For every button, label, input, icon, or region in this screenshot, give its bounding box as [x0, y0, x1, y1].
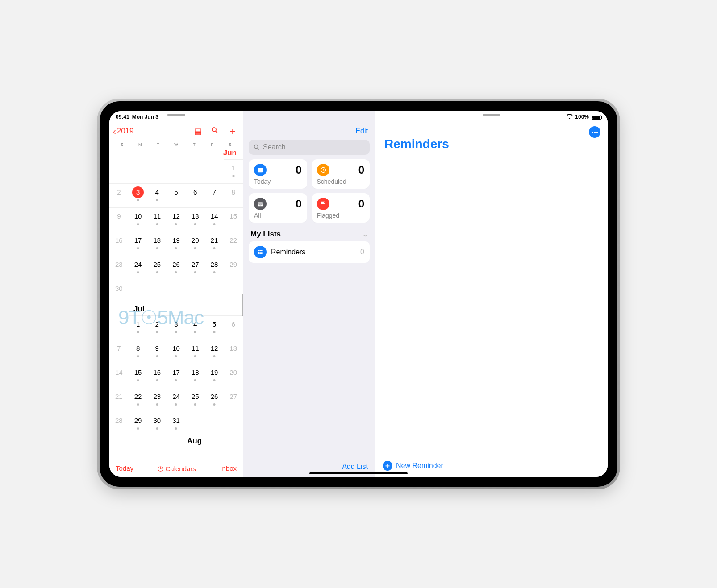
calendar-day[interactable]: 24	[129, 256, 148, 280]
calendar-day[interactable]: 22	[224, 232, 243, 256]
view-mode-icon[interactable]: ▤	[194, 126, 202, 136]
new-reminder-button[interactable]: ＋ New Reminder	[375, 455, 608, 477]
calendar-day[interactable]: 13	[186, 207, 205, 232]
search-icon[interactable]	[211, 126, 219, 137]
calendar-day[interactable]: 8	[224, 183, 243, 207]
card-flagged[interactable]: 0 Flagged	[312, 193, 370, 223]
calendar-day[interactable]: 23	[109, 256, 129, 280]
card-today[interactable]: 0 Today	[249, 159, 307, 189]
calendar-day[interactable]: 12	[167, 207, 186, 232]
calendar-day[interactable]: 25	[186, 388, 205, 412]
calendar-day[interactable]: 3	[129, 183, 148, 207]
card-scheduled[interactable]: 0 Scheduled	[312, 159, 370, 189]
chevron-down-icon: ⌄	[363, 231, 368, 238]
calendar-day[interactable]: 19	[205, 364, 224, 388]
calendar-day[interactable]: 6	[224, 315, 243, 340]
day-of-week-row: SMTWTFS	[109, 141, 243, 148]
my-lists-label: My Lists	[250, 230, 281, 239]
calendar-day[interactable]: 20	[224, 364, 243, 388]
calendar-day[interactable]: 11	[186, 340, 205, 364]
calendar-day[interactable]: 14	[205, 207, 224, 232]
calendar-day[interactable]: 6	[186, 183, 205, 207]
today-button[interactable]: Today	[116, 464, 133, 472]
calendars-label: Calendars	[165, 465, 196, 472]
calendar-day[interactable]: 4	[147, 183, 167, 207]
calendar-day[interactable]: 7	[205, 183, 224, 207]
calendar-day[interactable]: 17	[167, 364, 186, 388]
calendar-day[interactable]: 23	[147, 388, 167, 412]
my-lists-header[interactable]: My Lists ⌄	[243, 223, 375, 241]
calendar-day[interactable]: 9	[109, 207, 129, 232]
calendar-day[interactable]: 21	[205, 232, 224, 256]
calendar-body[interactable]: 9T☉5Mac Jun12345678910111213141516171819…	[109, 148, 243, 460]
inbox-button[interactable]: Inbox	[220, 464, 237, 472]
list-item[interactable]: Reminders 0	[249, 241, 370, 263]
calendar-day[interactable]: 31	[167, 412, 186, 436]
calendar-day[interactable]: 21	[109, 388, 129, 412]
home-indicator[interactable]	[309, 472, 408, 474]
calendar-day[interactable]: 10	[167, 340, 186, 364]
multitask-pill-right[interactable]	[483, 114, 500, 116]
month-grid: 1234567891011121314151617181920212223242…	[109, 315, 243, 436]
calendar-day[interactable]: 19	[167, 232, 186, 256]
calendar-day[interactable]: 18	[147, 232, 167, 256]
clock-icon	[317, 164, 329, 176]
search-input[interactable]: Search	[249, 140, 370, 155]
calendar-day[interactable]: 22	[129, 388, 148, 412]
more-button[interactable]	[589, 126, 600, 138]
calendar-back-button[interactable]: ‹ 2019	[113, 127, 134, 136]
calendar-day[interactable]: 7	[109, 340, 129, 364]
calendar-day[interactable]: 5	[205, 315, 224, 340]
calendar-day[interactable]: 1	[129, 315, 148, 340]
calendar-icon	[254, 164, 267, 176]
calendar-day[interactable]: 18	[186, 364, 205, 388]
calendar-day[interactable]: 24	[167, 388, 186, 412]
calendar-day[interactable]: 27	[224, 388, 243, 412]
calendar-day[interactable]: 29	[224, 256, 243, 280]
calendar-day[interactable]: 8	[129, 340, 148, 364]
calendar-day[interactable]: 26	[167, 256, 186, 280]
calendar-day[interactable]: 15	[224, 207, 243, 232]
calendar-day[interactable]: 9	[147, 340, 167, 364]
status-date: Mon Jun 3	[132, 114, 158, 120]
calendar-day[interactable]: 3	[167, 315, 186, 340]
calendar-day[interactable]: 26	[205, 388, 224, 412]
calendar-day[interactable]: 14	[109, 364, 129, 388]
card-today-label: Today	[254, 178, 302, 185]
calendar-day[interactable]: 17	[129, 232, 148, 256]
calendar-day[interactable]: 5	[167, 183, 186, 207]
calendar-day[interactable]: 16	[109, 232, 129, 256]
calendar-day[interactable]: 1	[224, 159, 243, 183]
calendar-day[interactable]: 4	[186, 315, 205, 340]
add-event-icon[interactable]: ＋	[228, 124, 238, 138]
search-placeholder: Search	[263, 143, 286, 151]
ipad-device-frame: 09:41 Mon Jun 3 ‹ 2019 ▤ ＋ SMTWTFS	[100, 101, 617, 487]
calendar-day[interactable]: 12	[205, 340, 224, 364]
calendar-day[interactable]: 20	[186, 232, 205, 256]
calendar-day[interactable]: 28	[109, 412, 129, 436]
chevron-left-icon: ‹	[113, 127, 116, 136]
status-bar-right: 100%	[566, 114, 601, 120]
card-all-count: 0	[296, 198, 301, 210]
calendar-day[interactable]: 29	[129, 412, 148, 436]
card-today-count: 0	[296, 164, 301, 176]
calendar-day[interactable]: 16	[147, 364, 167, 388]
edit-button[interactable]: Edit	[243, 124, 375, 138]
calendar-day[interactable]: 13	[224, 340, 243, 364]
calendar-day[interactable]: 25	[147, 256, 167, 280]
calendar-day[interactable]: 27	[186, 256, 205, 280]
calendar-day[interactable]: 28	[205, 256, 224, 280]
calendar-day[interactable]: 15	[129, 364, 148, 388]
battery-pct: 100%	[575, 114, 589, 120]
calendar-day[interactable]: 11	[147, 207, 167, 232]
calendars-button[interactable]: ◷ Calendars	[158, 464, 196, 472]
calendar-day[interactable]: 10	[129, 207, 148, 232]
calendar-day[interactable]: 2	[109, 183, 129, 207]
calendar-day[interactable]: 2	[147, 315, 167, 340]
card-all[interactable]: 0 All	[249, 193, 307, 223]
calendar-day[interactable]: 30	[109, 280, 129, 304]
multitask-pill-left[interactable]	[167, 114, 185, 116]
dow-label: W	[167, 142, 185, 147]
svg-rect-5	[258, 168, 263, 169]
calendar-day[interactable]: 30	[147, 412, 167, 436]
